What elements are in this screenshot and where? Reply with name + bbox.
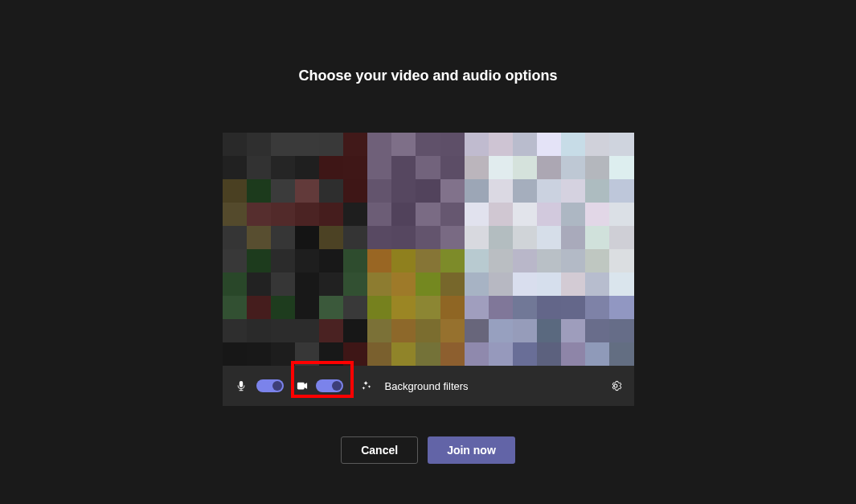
video-preview	[223, 133, 634, 366]
camera-toggle-group	[292, 377, 346, 395]
page-title: Choose your video and audio options	[298, 68, 557, 84]
settings-button[interactable]	[608, 379, 623, 393]
cancel-button[interactable]: Cancel	[341, 436, 418, 464]
join-now-button[interactable]: Join now	[428, 436, 515, 464]
camera-icon	[295, 379, 309, 393]
background-effects-icon	[359, 379, 374, 393]
camera-toggle[interactable]	[316, 379, 343, 392]
preview-panel: Background filters	[223, 133, 634, 406]
av-toolbar: Background filters	[223, 366, 634, 406]
action-buttons: Cancel Join now	[341, 436, 515, 464]
microphone-toggle[interactable]	[256, 379, 284, 392]
microphone-icon	[234, 379, 248, 393]
background-filters-button[interactable]: Background filters	[385, 380, 469, 392]
